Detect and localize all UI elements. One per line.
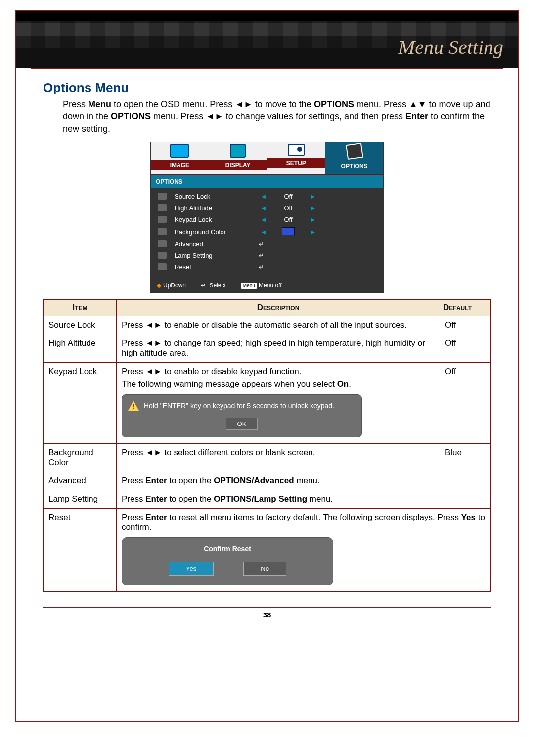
- osd-row: High Alititude ◄ Off ►: [158, 202, 376, 214]
- intro-text: menu. Press: [354, 99, 409, 109]
- ok-button[interactable]: OK: [226, 418, 258, 430]
- osd-row: Background Color ◄ ►: [158, 225, 376, 238]
- cell-desc: Press ◄► to change fan speed; high speed…: [117, 334, 440, 362]
- osd-row-label: Source Lock: [175, 193, 254, 200]
- desc-text: menu.: [294, 476, 320, 485]
- osd-row-value: [273, 227, 303, 236]
- osd-body: Source Lock ◄ Off ► High Alititude ◄ Off…: [151, 188, 383, 278]
- osd-tab-label: OPTIONS: [325, 161, 383, 171]
- osd-screenshot: IMAGE DISPLAY SETUP OPTIONS OPTIONS: [150, 142, 384, 293]
- osd-row-label: Reset: [175, 263, 254, 271]
- color-icon: [158, 228, 167, 235]
- table-row: Advanced Press Enter to open the OPTIONS…: [44, 472, 491, 490]
- osd-row: Advanced ↵: [158, 238, 376, 250]
- desc-text: Press: [122, 338, 145, 348]
- cell-default: Off: [440, 316, 491, 334]
- reset-icon: [158, 263, 167, 270]
- table-row: Background Color Press ◄► to select diff…: [44, 443, 491, 472]
- osd-tab-setup: SETUP: [267, 142, 326, 174]
- cell-item: Advanced: [44, 472, 117, 490]
- no-button[interactable]: No: [243, 562, 286, 576]
- desc-text: to reset all menu items to factory defau…: [167, 513, 461, 522]
- intro-text: menu. Press: [151, 111, 206, 121]
- osd-foot-select: ↵ Select: [201, 282, 226, 289]
- enter-icon: ↵: [259, 240, 268, 248]
- cell-desc: Press Enter to open the OPTIONS/Lamp Set…: [117, 490, 491, 508]
- intro-text: to open the OSD menu. Press: [111, 99, 235, 109]
- osd-foot-menuoff: Menu Menu off: [241, 282, 282, 289]
- osd-tab-label: DISPLAY: [209, 160, 267, 170]
- left-right-icon: ◄►: [145, 320, 162, 330]
- desc-text: Press: [122, 320, 145, 330]
- osd-row-label: Keypad Lock: [175, 216, 254, 223]
- enter-icon: ↵: [259, 252, 268, 259]
- confirm-reset-box: Confirm Reset Yes No: [122, 537, 333, 585]
- osd-tab-label: IMAGE: [151, 160, 209, 170]
- arrow-right-icon: ►: [308, 216, 318, 223]
- up-down-icon: ▲▼: [409, 99, 427, 109]
- desc-text: to change fan speed; high speed in high …: [122, 338, 425, 358]
- desc-enter: Enter: [145, 494, 167, 504]
- intro-text: Press: [63, 99, 88, 109]
- desc-text: Press: [122, 476, 145, 485]
- th-item: Item: [44, 299, 117, 316]
- arrow-right-icon: ►: [308, 228, 318, 236]
- osd-row-label: Lamp Setting: [175, 252, 254, 259]
- cell-desc: Press ◄► to select different colors or b…: [117, 443, 440, 472]
- page-number: 38: [16, 611, 518, 619]
- arrow-left-icon: ◄: [259, 228, 268, 236]
- intro-text: to move to the: [253, 99, 314, 109]
- cell-item: Lamp Setting: [44, 490, 117, 508]
- warning-text: Hold "ENTER" key on keypad for 5 seconds…: [144, 402, 334, 410]
- banner: Menu Setting: [16, 11, 518, 68]
- desc-on: On: [337, 379, 349, 389]
- updown-icon: ◆: [157, 282, 161, 289]
- osd-foot-updown: ◆UpDown: [157, 282, 186, 289]
- table-row: Keypad Lock Press ◄► to enable or disabl…: [44, 362, 491, 443]
- left-right-icon: ◄►: [145, 338, 162, 348]
- cell-desc: Press ◄► to enable or disable the automa…: [117, 316, 440, 334]
- desc-path: OPTIONS/Advanced: [214, 476, 294, 485]
- osd-row: Reset ↵: [158, 261, 376, 273]
- blue-swatch: [282, 227, 295, 235]
- desc-text: to open the: [167, 494, 214, 504]
- keypad-warning-box: Hold "ENTER" key on keypad for 5 seconds…: [122, 394, 362, 437]
- intro-menu: Menu: [88, 99, 111, 109]
- osd-foot-label: Menu off: [259, 282, 281, 289]
- yes-button[interactable]: Yes: [169, 562, 214, 576]
- enter-icon: ↵: [201, 282, 206, 289]
- desc-text: Press: [122, 494, 145, 504]
- arrow-right-icon: ►: [308, 193, 318, 200]
- left-right-icon: ◄►: [235, 99, 253, 109]
- enter-icon: ↵: [259, 263, 268, 271]
- cell-default: Blue: [440, 443, 491, 472]
- section-heading: Options Menu: [43, 80, 491, 95]
- osd-row: Lamp Setting ↵: [158, 250, 376, 261]
- desc-text: menu.: [307, 494, 333, 504]
- arrow-left-icon: ◄: [259, 216, 268, 223]
- osd-row-value: Off: [273, 204, 303, 212]
- source-lock-icon: [158, 193, 167, 200]
- altitude-icon: [158, 204, 167, 211]
- intro-enter: Enter: [405, 111, 428, 121]
- th-default: Default: [440, 299, 491, 316]
- desc-yes: Yes: [461, 513, 476, 522]
- cell-desc: Press Enter to reset all menu items to f…: [117, 508, 491, 591]
- osd-tab-row: IMAGE DISPLAY SETUP OPTIONS: [151, 142, 383, 175]
- osd-tab-options: OPTIONS: [325, 142, 383, 174]
- table-row: High Altitude Press ◄► to change fan spe…: [44, 334, 491, 362]
- desc-text: to select different colors or blank scre…: [162, 448, 315, 457]
- keypad-icon: [158, 216, 167, 223]
- intro-options: OPTIONS: [111, 111, 151, 121]
- desc-text: .: [349, 379, 351, 389]
- left-right-icon: ◄►: [145, 448, 162, 457]
- desc-text: Press: [122, 513, 145, 522]
- osd-row: Keypad Lock ◄ Off ►: [158, 214, 376, 225]
- desc-text: The following warning message appears wh…: [122, 379, 337, 389]
- desc-enter: Enter: [145, 476, 167, 485]
- osd-tab-display: DISPLAY: [209, 142, 267, 174]
- advanced-icon: [158, 240, 167, 247]
- osd-row-label: Advanced: [175, 240, 254, 248]
- cell-item: Reset: [44, 508, 117, 591]
- osd-footer: ◆UpDown ↵ Select Menu Menu off: [151, 278, 383, 293]
